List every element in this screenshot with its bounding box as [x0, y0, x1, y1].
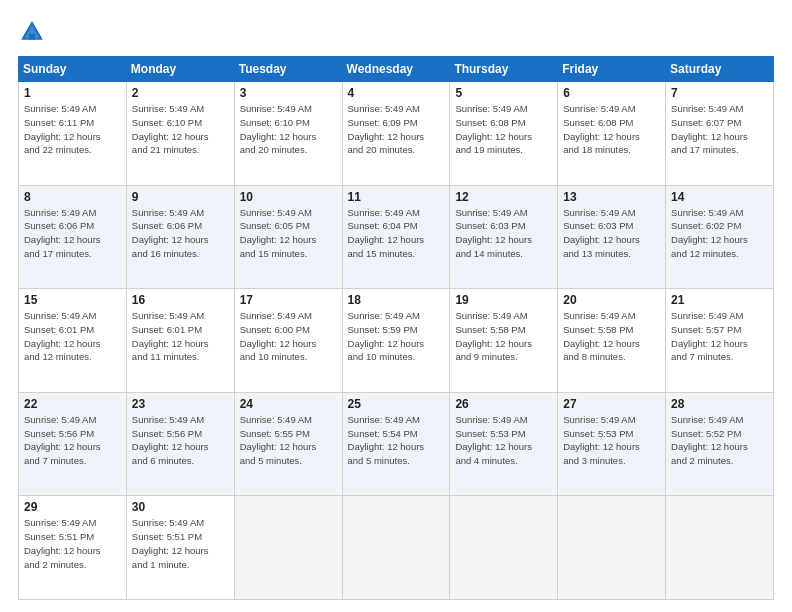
calendar-day-cell: 11Sunrise: 5:49 AM Sunset: 6:04 PM Dayli… — [342, 185, 450, 289]
header — [18, 18, 774, 46]
calendar-day-cell: 24Sunrise: 5:49 AM Sunset: 5:55 PM Dayli… — [234, 392, 342, 496]
svg-rect-2 — [29, 34, 35, 40]
day-number: 12 — [455, 190, 552, 204]
calendar-day-cell: 8Sunrise: 5:49 AM Sunset: 6:06 PM Daylig… — [19, 185, 127, 289]
calendar-day-cell: 1Sunrise: 5:49 AM Sunset: 6:11 PM Daylig… — [19, 82, 127, 186]
day-number: 7 — [671, 86, 768, 100]
day-number: 25 — [348, 397, 445, 411]
day-number: 27 — [563, 397, 660, 411]
calendar-day-cell: 14Sunrise: 5:49 AM Sunset: 6:02 PM Dayli… — [666, 185, 774, 289]
calendar-day-cell: 16Sunrise: 5:49 AM Sunset: 6:01 PM Dayli… — [126, 289, 234, 393]
weekday-header: Sunday — [19, 57, 127, 82]
weekday-header: Tuesday — [234, 57, 342, 82]
calendar-week-row: 29Sunrise: 5:49 AM Sunset: 5:51 PM Dayli… — [19, 496, 774, 600]
calendar-day-cell — [450, 496, 558, 600]
calendar-day-cell: 19Sunrise: 5:49 AM Sunset: 5:58 PM Dayli… — [450, 289, 558, 393]
calendar-day-cell: 27Sunrise: 5:49 AM Sunset: 5:53 PM Dayli… — [558, 392, 666, 496]
calendar-day-cell: 4Sunrise: 5:49 AM Sunset: 6:09 PM Daylig… — [342, 82, 450, 186]
day-number: 15 — [24, 293, 121, 307]
day-info: Sunrise: 5:49 AM Sunset: 5:53 PM Dayligh… — [563, 413, 660, 468]
calendar-day-cell: 22Sunrise: 5:49 AM Sunset: 5:56 PM Dayli… — [19, 392, 127, 496]
calendar-day-cell: 29Sunrise: 5:49 AM Sunset: 5:51 PM Dayli… — [19, 496, 127, 600]
calendar-week-row: 22Sunrise: 5:49 AM Sunset: 5:56 PM Dayli… — [19, 392, 774, 496]
page: SundayMondayTuesdayWednesdayThursdayFrid… — [0, 0, 792, 612]
weekday-header: Wednesday — [342, 57, 450, 82]
calendar-day-cell — [234, 496, 342, 600]
day-number: 17 — [240, 293, 337, 307]
day-number: 20 — [563, 293, 660, 307]
calendar-day-cell — [342, 496, 450, 600]
day-number: 26 — [455, 397, 552, 411]
day-info: Sunrise: 5:49 AM Sunset: 5:56 PM Dayligh… — [24, 413, 121, 468]
calendar-day-cell: 10Sunrise: 5:49 AM Sunset: 6:05 PM Dayli… — [234, 185, 342, 289]
day-number: 24 — [240, 397, 337, 411]
logo-icon — [18, 18, 46, 46]
calendar-day-cell: 20Sunrise: 5:49 AM Sunset: 5:58 PM Dayli… — [558, 289, 666, 393]
day-number: 1 — [24, 86, 121, 100]
logo — [18, 18, 50, 46]
weekday-header: Thursday — [450, 57, 558, 82]
day-info: Sunrise: 5:49 AM Sunset: 6:10 PM Dayligh… — [240, 102, 337, 157]
calendar-day-cell: 23Sunrise: 5:49 AM Sunset: 5:56 PM Dayli… — [126, 392, 234, 496]
day-info: Sunrise: 5:49 AM Sunset: 6:02 PM Dayligh… — [671, 206, 768, 261]
day-info: Sunrise: 5:49 AM Sunset: 5:53 PM Dayligh… — [455, 413, 552, 468]
day-number: 14 — [671, 190, 768, 204]
day-info: Sunrise: 5:49 AM Sunset: 6:01 PM Dayligh… — [132, 309, 229, 364]
calendar-day-cell: 28Sunrise: 5:49 AM Sunset: 5:52 PM Dayli… — [666, 392, 774, 496]
calendar-day-cell: 7Sunrise: 5:49 AM Sunset: 6:07 PM Daylig… — [666, 82, 774, 186]
day-info: Sunrise: 5:49 AM Sunset: 5:57 PM Dayligh… — [671, 309, 768, 364]
calendar-day-cell: 30Sunrise: 5:49 AM Sunset: 5:51 PM Dayli… — [126, 496, 234, 600]
calendar-day-cell: 2Sunrise: 5:49 AM Sunset: 6:10 PM Daylig… — [126, 82, 234, 186]
day-info: Sunrise: 5:49 AM Sunset: 6:08 PM Dayligh… — [455, 102, 552, 157]
calendar-day-cell: 18Sunrise: 5:49 AM Sunset: 5:59 PM Dayli… — [342, 289, 450, 393]
calendar-day-cell — [558, 496, 666, 600]
day-number: 28 — [671, 397, 768, 411]
day-number: 22 — [24, 397, 121, 411]
calendar-week-row: 15Sunrise: 5:49 AM Sunset: 6:01 PM Dayli… — [19, 289, 774, 393]
day-number: 18 — [348, 293, 445, 307]
day-number: 5 — [455, 86, 552, 100]
day-info: Sunrise: 5:49 AM Sunset: 6:06 PM Dayligh… — [24, 206, 121, 261]
calendar-day-cell: 17Sunrise: 5:49 AM Sunset: 6:00 PM Dayli… — [234, 289, 342, 393]
day-number: 11 — [348, 190, 445, 204]
day-info: Sunrise: 5:49 AM Sunset: 5:52 PM Dayligh… — [671, 413, 768, 468]
calendar-week-row: 8Sunrise: 5:49 AM Sunset: 6:06 PM Daylig… — [19, 185, 774, 289]
day-info: Sunrise: 5:49 AM Sunset: 5:51 PM Dayligh… — [132, 516, 229, 571]
weekday-header: Saturday — [666, 57, 774, 82]
day-info: Sunrise: 5:49 AM Sunset: 5:59 PM Dayligh… — [348, 309, 445, 364]
calendar-day-cell: 25Sunrise: 5:49 AM Sunset: 5:54 PM Dayli… — [342, 392, 450, 496]
calendar-day-cell: 6Sunrise: 5:49 AM Sunset: 6:08 PM Daylig… — [558, 82, 666, 186]
day-info: Sunrise: 5:49 AM Sunset: 5:51 PM Dayligh… — [24, 516, 121, 571]
weekday-header: Monday — [126, 57, 234, 82]
calendar-day-cell: 13Sunrise: 5:49 AM Sunset: 6:03 PM Dayli… — [558, 185, 666, 289]
calendar-week-row: 1Sunrise: 5:49 AM Sunset: 6:11 PM Daylig… — [19, 82, 774, 186]
day-number: 3 — [240, 86, 337, 100]
day-number: 9 — [132, 190, 229, 204]
day-info: Sunrise: 5:49 AM Sunset: 6:11 PM Dayligh… — [24, 102, 121, 157]
day-number: 4 — [348, 86, 445, 100]
day-info: Sunrise: 5:49 AM Sunset: 6:03 PM Dayligh… — [563, 206, 660, 261]
day-info: Sunrise: 5:49 AM Sunset: 6:07 PM Dayligh… — [671, 102, 768, 157]
day-number: 13 — [563, 190, 660, 204]
day-info: Sunrise: 5:49 AM Sunset: 6:00 PM Dayligh… — [240, 309, 337, 364]
day-number: 6 — [563, 86, 660, 100]
day-number: 16 — [132, 293, 229, 307]
calendar-day-cell: 15Sunrise: 5:49 AM Sunset: 6:01 PM Dayli… — [19, 289, 127, 393]
calendar-day-cell: 21Sunrise: 5:49 AM Sunset: 5:57 PM Dayli… — [666, 289, 774, 393]
weekday-header: Friday — [558, 57, 666, 82]
day-number: 19 — [455, 293, 552, 307]
day-number: 21 — [671, 293, 768, 307]
day-info: Sunrise: 5:49 AM Sunset: 5:56 PM Dayligh… — [132, 413, 229, 468]
calendar-table: SundayMondayTuesdayWednesdayThursdayFrid… — [18, 56, 774, 600]
day-number: 30 — [132, 500, 229, 514]
calendar-day-cell: 3Sunrise: 5:49 AM Sunset: 6:10 PM Daylig… — [234, 82, 342, 186]
day-number: 10 — [240, 190, 337, 204]
day-number: 23 — [132, 397, 229, 411]
day-info: Sunrise: 5:49 AM Sunset: 6:01 PM Dayligh… — [24, 309, 121, 364]
day-info: Sunrise: 5:49 AM Sunset: 6:06 PM Dayligh… — [132, 206, 229, 261]
day-number: 8 — [24, 190, 121, 204]
day-info: Sunrise: 5:49 AM Sunset: 6:05 PM Dayligh… — [240, 206, 337, 261]
day-info: Sunrise: 5:49 AM Sunset: 5:58 PM Dayligh… — [455, 309, 552, 364]
day-info: Sunrise: 5:49 AM Sunset: 6:04 PM Dayligh… — [348, 206, 445, 261]
calendar-day-cell: 12Sunrise: 5:49 AM Sunset: 6:03 PM Dayli… — [450, 185, 558, 289]
